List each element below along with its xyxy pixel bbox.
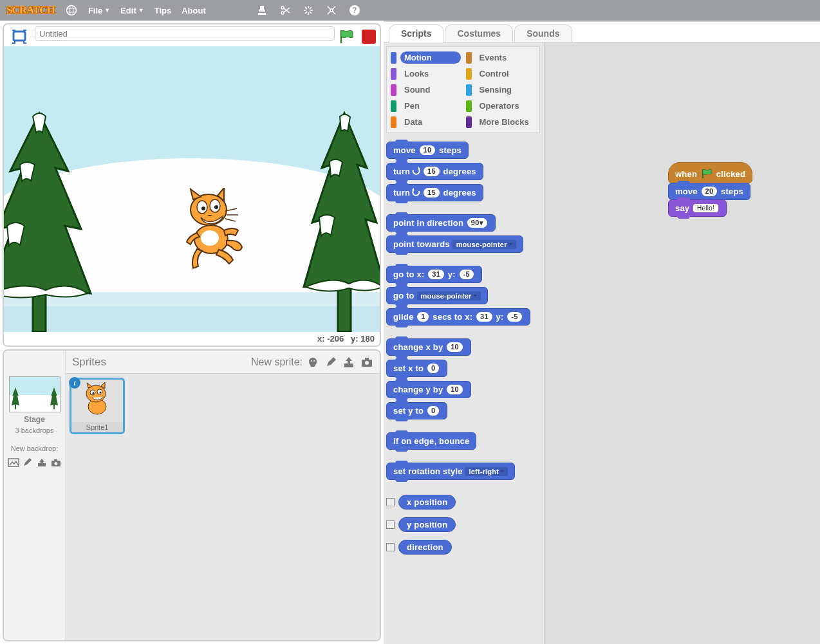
category-motion[interactable]: Motion	[388, 50, 463, 66]
block-point-towards[interactable]: point towards mouse-pointer	[386, 235, 523, 253]
block-glide[interactable]: glide 1 secs to x: 31 y: -5	[386, 308, 530, 326]
stage-canvas[interactable]	[4, 46, 380, 332]
block-direction[interactable]: direction	[398, 540, 452, 555]
script-stack[interactable]: when clicked move 20 steps say Hello!	[668, 162, 752, 217]
backdrop-library-icon[interactable]	[8, 457, 19, 468]
stage-thumbnail[interactable]	[9, 376, 61, 412]
block-goto[interactable]: go to mouse-pointer	[386, 287, 488, 304]
svg-point-0	[66, 6, 76, 15]
category-swatch	[466, 68, 472, 80]
shrink-icon[interactable]	[324, 3, 339, 17]
sprite-thumbnail-sprite1[interactable]: i Sprite1	[70, 378, 125, 434]
svg-rect-17	[54, 459, 57, 461]
block-set-y[interactable]: set y to 0	[386, 402, 447, 419]
svg-point-8	[201, 230, 219, 246]
coord-y-label: y:	[351, 334, 359, 344]
tab-scripts[interactable]: Scripts	[389, 24, 443, 42]
sprite-upload-icon[interactable]	[342, 356, 355, 369]
block-rotation-style[interactable]: set rotation style left-right	[386, 463, 515, 480]
svg-point-19	[311, 360, 312, 362]
stage-label: Stage	[24, 415, 45, 424]
svg-point-2	[281, 6, 284, 9]
block-change-x[interactable]: change x by 10	[386, 338, 471, 356]
block-palette: MotionEventsLooksControlSoundSensingPenO…	[384, 42, 545, 644]
menu-file[interactable]: File▼	[88, 6, 110, 15]
coord-x-label: x:	[317, 334, 325, 344]
script-say[interactable]: say Hello!	[668, 199, 727, 217]
category-swatch	[466, 84, 472, 96]
stage-area: v459.1	[3, 23, 381, 347]
category-label: Control	[476, 68, 536, 80]
green-flag-button[interactable]	[339, 28, 355, 45]
sprite-info-button[interactable]: i	[69, 377, 80, 389]
block-move-steps[interactable]: move 10 steps	[386, 142, 469, 159]
project-title-input[interactable]	[35, 26, 335, 41]
category-label: Data	[400, 116, 461, 128]
toolbar: ?	[255, 3, 362, 17]
scratch-cat-sprite[interactable]	[178, 188, 248, 271]
menu-edit[interactable]: Edit▼	[120, 6, 144, 15]
script-move-steps[interactable]: move 20 steps	[668, 183, 750, 200]
block-set-x[interactable]: set x to 0	[386, 360, 447, 377]
help-icon[interactable]: ?	[348, 3, 362, 17]
category-events[interactable]: Events	[463, 50, 539, 66]
new-backdrop-label: New backdrop:	[11, 445, 58, 452]
category-label: Events	[476, 51, 536, 64]
block-change-y[interactable]: change y by 10	[386, 381, 471, 398]
svg-point-30	[100, 392, 102, 394]
category-label: Sound	[400, 84, 461, 96]
svg-rect-23	[365, 358, 369, 360]
sprite-thumbnail-label: Sprite1	[71, 422, 123, 432]
sprites-list: i Sprite1	[66, 374, 380, 640]
tree-right	[303, 107, 380, 332]
checkbox-xpos[interactable]	[386, 498, 395, 506]
tab-sounds[interactable]: Sounds	[514, 24, 572, 42]
tree-left	[4, 100, 94, 332]
category-data[interactable]: Data	[388, 114, 463, 130]
category-sensing[interactable]: Sensing	[463, 82, 539, 98]
category-looks[interactable]: Looks	[388, 66, 463, 82]
checkbox-direction[interactable]	[386, 543, 395, 551]
backdrop-paint-icon[interactable]	[22, 457, 33, 468]
sprite-camera-icon[interactable]	[360, 356, 373, 369]
svg-point-1	[70, 6, 73, 15]
script-when-flag-clicked[interactable]: when clicked	[668, 162, 752, 183]
backdrop-camera-icon[interactable]	[50, 457, 62, 468]
backdrop-upload-icon[interactable]	[36, 457, 48, 468]
script-workspace[interactable]: when clicked move 20 steps say Hello!	[545, 42, 820, 644]
category-control[interactable]: Control	[463, 66, 539, 82]
block-goto-xy[interactable]: go to x: 31 y: -5	[386, 266, 482, 283]
stamp-icon[interactable]	[255, 3, 269, 17]
block-turn-cw[interactable]: turn 15 degrees	[386, 163, 483, 180]
category-label: Pen	[400, 100, 461, 112]
category-pen[interactable]: Pen	[388, 98, 463, 114]
sprite-library-icon[interactable]	[306, 356, 319, 369]
block-point-direction[interactable]: point in direction 90▾	[386, 214, 496, 232]
stop-button[interactable]	[362, 30, 376, 44]
block-x-position[interactable]: x position	[398, 495, 456, 510]
category-swatch	[391, 100, 396, 112]
scratch-logo[interactable]: SCRATCH	[6, 4, 55, 17]
grow-icon[interactable]	[301, 3, 315, 17]
svg-rect-6	[14, 32, 25, 41]
checkbox-ypos[interactable]	[386, 520, 395, 529]
category-operators[interactable]: Operators	[463, 98, 539, 114]
sprites-panel: Stage 3 backdrops New backdrop: Sprites …	[3, 349, 381, 641]
category-swatch	[466, 100, 472, 112]
sprite-paint-icon[interactable]	[324, 356, 337, 369]
sprites-heading: Sprites	[72, 356, 106, 369]
globe-icon[interactable]	[65, 4, 78, 17]
category-sound[interactable]: Sound	[388, 82, 463, 98]
category-more-blocks[interactable]: More Blocks	[463, 114, 539, 130]
block-turn-ccw[interactable]: turn 15 degrees	[386, 184, 483, 201]
category-label: More Blocks	[476, 116, 536, 128]
menu-tips[interactable]: Tips	[154, 6, 172, 15]
block-y-position[interactable]: y position	[398, 517, 456, 532]
category-label: Looks	[400, 68, 461, 80]
block-bounce[interactable]: if on edge, bounce	[386, 432, 476, 450]
new-sprite-label: New sprite:	[251, 356, 303, 368]
fullscreen-icon[interactable]	[8, 28, 31, 46]
tab-costumes[interactable]: Costumes	[445, 24, 513, 42]
scissors-icon[interactable]	[278, 3, 292, 17]
menu-about[interactable]: About	[182, 6, 206, 15]
